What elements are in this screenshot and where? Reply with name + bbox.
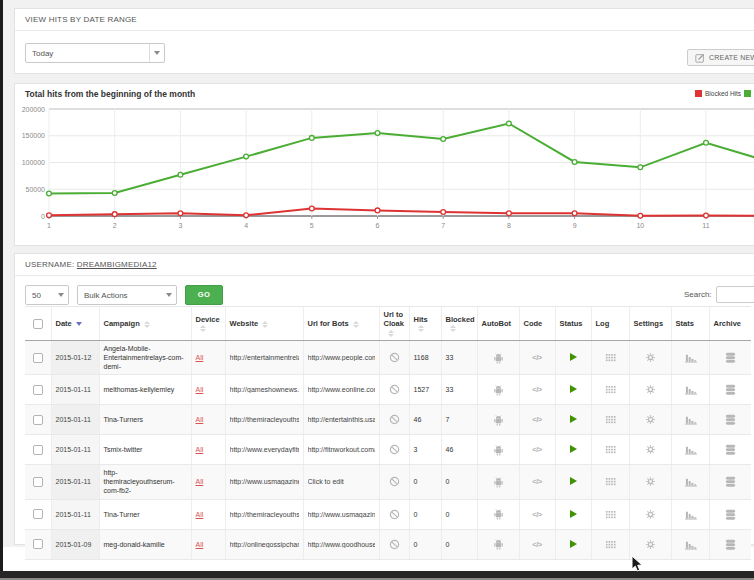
play-icon[interactable] <box>570 415 577 423</box>
play-icon[interactable] <box>570 540 577 548</box>
gear-icon[interactable] <box>645 352 656 363</box>
row-checkbox[interactable] <box>33 539 43 549</box>
device-all-link[interactable]: All <box>196 354 204 361</box>
column-header-log: Log <box>591 307 629 341</box>
cell-code: </> <box>519 499 555 529</box>
username-value[interactable]: DREAMBIGMEDIA12 <box>77 260 157 269</box>
cell-autobot <box>477 375 519 405</box>
column-header-campaign[interactable]: Campaign <box>99 307 191 341</box>
row-checkbox[interactable] <box>33 415 43 425</box>
play-icon[interactable] <box>570 385 577 393</box>
code-icon[interactable]: </> <box>532 385 541 394</box>
device-all-link[interactable]: All <box>196 541 204 548</box>
database-icon[interactable] <box>725 414 736 425</box>
cell-blocked: 0 <box>441 499 477 529</box>
go-button[interactable]: GO <box>185 285 223 305</box>
android-icon[interactable] <box>493 508 504 520</box>
dot-grid-icon[interactable] <box>605 444 616 455</box>
cell-date: 2015-01-11 <box>51 375 99 405</box>
column-header-url_for_bots[interactable]: Url for Bots <box>303 307 379 341</box>
cell-url-for-bots: http://entertainthis.usatod... <box>303 405 379 435</box>
gear-icon[interactable] <box>645 509 656 520</box>
database-icon[interactable] <box>725 509 736 520</box>
row-checkbox[interactable] <box>33 509 43 519</box>
dot-grid-icon[interactable] <box>605 352 616 363</box>
code-icon[interactable]: </> <box>532 477 541 486</box>
gear-icon[interactable] <box>645 414 656 425</box>
column-label-blocked: Blocked <box>446 315 475 324</box>
cell-code: </> <box>519 529 555 559</box>
row-checkbox[interactable] <box>33 445 43 455</box>
search-input[interactable] <box>716 286 754 303</box>
cell-url-for-bots: Click to edit <box>303 465 379 499</box>
android-icon[interactable] <box>493 538 504 550</box>
svg-text:5: 5 <box>310 222 314 229</box>
select-all-checkbox[interactable] <box>33 319 43 329</box>
dot-grid-icon[interactable] <box>605 476 616 487</box>
bar-chart-icon[interactable] <box>684 509 697 520</box>
column-header-date[interactable]: Date <box>51 307 99 341</box>
device-all-link[interactable]: All <box>196 511 204 518</box>
bar-chart-icon[interactable] <box>684 476 697 487</box>
row-checkbox[interactable] <box>33 353 43 363</box>
bulk-actions-select[interactable]: Bulk Actions <box>77 285 177 305</box>
code-icon[interactable]: </> <box>532 540 541 549</box>
device-all-link[interactable]: All <box>196 478 204 485</box>
bar-chart-icon[interactable] <box>684 539 697 550</box>
dot-grid-icon[interactable] <box>605 539 616 550</box>
campaign-table-panel: USERNAME: DREAMBIGMEDIA12 50 Bulk Action… <box>14 253 754 545</box>
android-icon[interactable] <box>493 476 504 488</box>
cell-device: All <box>191 341 225 375</box>
column-header-device[interactable]: Device <box>191 307 225 341</box>
page-size-select[interactable]: 50 <box>25 285 69 305</box>
code-icon[interactable]: </> <box>532 510 541 519</box>
cell-autobot <box>477 341 519 375</box>
gear-icon[interactable] <box>645 539 656 550</box>
device-all-link[interactable]: All <box>196 386 204 393</box>
dot-grid-icon[interactable] <box>605 384 616 395</box>
android-icon[interactable] <box>493 384 504 396</box>
cell-url-for-bots: http://www.goodhouseke... <box>303 529 379 559</box>
code-icon[interactable]: </> <box>532 353 541 362</box>
dot-grid-icon[interactable] <box>605 414 616 425</box>
play-icon[interactable] <box>570 510 577 518</box>
column-label-status: Status <box>560 319 583 328</box>
bar-chart-icon[interactable] <box>684 444 697 455</box>
cell-log <box>591 405 629 435</box>
row-checkbox[interactable] <box>33 385 43 395</box>
dot-grid-icon[interactable] <box>605 509 616 520</box>
play-icon[interactable] <box>570 445 577 453</box>
database-icon[interactable] <box>725 384 736 395</box>
device-all-link[interactable]: All <box>196 446 204 453</box>
ban-icon <box>389 476 400 487</box>
database-icon[interactable] <box>725 352 736 363</box>
row-checkbox[interactable] <box>33 477 43 487</box>
database-icon[interactable] <box>725 539 736 550</box>
column-header-url_to_cloak[interactable]: Url to Cloak <box>379 307 409 341</box>
create-new-campaign-button[interactable]: CREATE NEW CAMPAIGN <box>687 49 754 66</box>
bar-chart-icon[interactable] <box>684 384 697 395</box>
device-all-link[interactable]: All <box>196 416 204 423</box>
cell-log <box>591 435 629 465</box>
bar-chart-icon[interactable] <box>684 414 697 425</box>
date-range-select[interactable]: Today <box>25 43 165 63</box>
gear-icon[interactable] <box>645 476 656 487</box>
database-icon[interactable] <box>725 444 736 455</box>
column-header-website[interactable]: Website <box>225 307 303 341</box>
column-header-blocked[interactable]: Blocked <box>441 307 477 341</box>
play-icon[interactable] <box>570 477 577 485</box>
column-header-hits[interactable]: Hits <box>409 307 441 341</box>
code-icon[interactable]: </> <box>532 445 541 454</box>
cell-date: 2015-01-11 <box>51 435 99 465</box>
android-icon[interactable] <box>493 352 504 364</box>
android-icon[interactable] <box>493 414 504 426</box>
code-icon[interactable]: </> <box>532 415 541 424</box>
database-icon[interactable] <box>725 476 736 487</box>
play-icon[interactable] <box>570 353 577 361</box>
ban-icon <box>389 414 400 425</box>
gear-icon[interactable] <box>645 444 656 455</box>
android-icon[interactable] <box>493 444 504 456</box>
column-header-archive: Archive <box>709 307 751 341</box>
gear-icon[interactable] <box>645 384 656 395</box>
bar-chart-icon[interactable] <box>684 352 697 363</box>
